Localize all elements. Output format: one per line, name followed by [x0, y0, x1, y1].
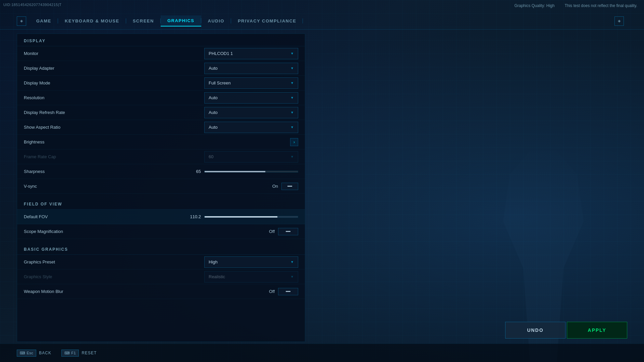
resolution-label: Resolution	[24, 95, 91, 100]
vsync-toggle-container: On	[272, 183, 298, 190]
vsync-toggle-dash	[287, 186, 292, 187]
aspect-ratio-value: Auto	[209, 125, 218, 130]
scope-mag-control: Off	[269, 228, 298, 235]
vsync-toggle-label: On	[272, 184, 278, 189]
quality-info: Graphics Quality: High This test does no…	[514, 3, 637, 8]
brightness-arrow-button[interactable]: ›	[290, 138, 298, 146]
display-mode-label: Display Mode	[24, 80, 91, 85]
graphics-style-dropdown: Realistic ▼	[204, 271, 298, 283]
setting-row-display-mode: Display Mode Full Screen ▼	[17, 76, 305, 90]
scope-mag-label: Scope Magnification	[24, 229, 91, 234]
section-basic-graphics-header: BASIC GRAPHICS	[17, 242, 305, 255]
tab-audio[interactable]: AUDIO	[201, 16, 231, 26]
action-buttons: UNDO APPLY	[505, 322, 627, 339]
refresh-rate-control: Auto ▼	[204, 107, 298, 118]
setting-row-brightness: Brightness ›	[17, 135, 305, 149]
default-fov-value: 110.2	[189, 214, 201, 219]
sharpness-slider[interactable]	[204, 171, 298, 173]
refresh-rate-dropdown[interactable]: Auto ▼	[204, 107, 298, 118]
nav-icon-left: ◈	[17, 16, 26, 26]
sharpness-control: 65	[189, 169, 298, 174]
graphics-preset-dropdown[interactable]: High ▼	[204, 256, 298, 268]
graphics-style-label: Graphics Style	[24, 274, 91, 279]
weapon-motion-blur-toggle-label: Off	[269, 289, 275, 294]
quality-label: Graphics Quality: High	[514, 3, 554, 8]
reset-key-badge: ⌨ F1	[61, 350, 79, 357]
refresh-rate-label: Display Refresh Rate	[24, 110, 91, 115]
setting-row-graphics-style: Graphics Style Realistic ▼	[17, 269, 305, 284]
setting-row-sharpness: Sharpness 65	[17, 164, 305, 179]
setting-row-display-adapter: Display Adapter Auto ▼	[17, 61, 305, 76]
setting-row-scope-mag: Scope Magnification Off	[17, 224, 305, 239]
display-mode-dropdown[interactable]: Full Screen ▼	[204, 77, 298, 89]
graphics-preset-label: Graphics Preset	[24, 259, 91, 264]
reset-button[interactable]: ⌨ F1 Reset	[61, 350, 97, 357]
reset-key-label: F1	[71, 351, 76, 355]
weapon-motion-blur-toggle-dash	[286, 291, 290, 292]
back-button[interactable]: ⌨ Esc Back	[17, 350, 51, 357]
aspect-ratio-control: Auto ▼	[204, 122, 298, 133]
monitor-control: PHLCOD1 1 ▼	[204, 48, 298, 59]
sharpness-fill-dark	[265, 171, 298, 172]
sharpness-slider-container: 65	[189, 169, 298, 174]
apply-button[interactable]: APPLY	[567, 322, 627, 339]
setting-row-resolution: Resolution Auto ▼	[17, 90, 305, 105]
resolution-dropdown[interactable]: Auto ▼	[204, 92, 298, 104]
tab-privacy[interactable]: PRIVACY COMPLIANCE	[231, 16, 303, 26]
scope-mag-toggle[interactable]	[278, 228, 298, 235]
reset-label: Reset	[82, 351, 97, 355]
weapon-motion-blur-control: Off	[269, 288, 298, 295]
brightness-label: Brightness	[24, 139, 91, 144]
sharpness-label: Sharpness	[24, 169, 91, 174]
display-adapter-arrow-icon: ▼	[290, 66, 294, 70]
nav-tabs: ◈ GAME KEYBOARD & MOUSE SCREEN GRAPHICS …	[0, 13, 644, 29]
vsync-label: V-sync	[24, 184, 91, 189]
resolution-arrow-icon: ▼	[290, 96, 294, 100]
undo-button[interactable]: UNDO	[505, 322, 566, 339]
vsync-toggle[interactable]	[281, 183, 298, 190]
section-display-header: DISPLAY	[17, 34, 305, 46]
monitor-dropdown[interactable]: PHLCOD1 1 ▼	[204, 48, 298, 59]
frame-rate-cap-label: Frame Rate Cap	[24, 154, 91, 159]
setting-row-aspect-ratio: Show Aspect Ratio Auto ▼	[17, 120, 305, 135]
section-fov-header: FIELD OF VIEW	[17, 197, 305, 209]
tab-game[interactable]: GAME	[30, 16, 58, 26]
display-adapter-control: Auto ▼	[204, 63, 298, 74]
default-fov-slider[interactable]	[204, 216, 298, 218]
setting-row-default-fov: Default FOV 110.2	[17, 209, 305, 224]
tab-graphics[interactable]: GRAPHICS	[161, 15, 201, 26]
display-mode-arrow-icon: ▼	[290, 81, 294, 85]
frame-rate-cap-arrow-icon: ▼	[290, 155, 294, 159]
frame-rate-cap-value: 60	[209, 154, 213, 159]
display-mode-value: Full Screen	[209, 80, 231, 85]
setting-row-graphics-preset: Graphics Preset High ▼	[17, 255, 305, 269]
bottom-bar: ⌨ Esc Back ⌨ F1 Reset	[0, 344, 644, 362]
tab-keyboard[interactable]: KEYBOARD & MOUSE	[58, 16, 126, 26]
weapon-motion-blur-toggle[interactable]	[278, 288, 298, 295]
weapon-motion-blur-toggle-container: Off	[269, 288, 298, 295]
scope-mag-toggle-dash	[286, 231, 290, 232]
resolution-control: Auto ▼	[204, 92, 298, 104]
monitor-label: Monitor	[24, 51, 91, 56]
vsync-control: On	[272, 183, 298, 190]
aspect-ratio-dropdown[interactable]: Auto ▼	[204, 122, 298, 133]
nav-icon-right: ◈	[614, 16, 624, 26]
graphics-preset-control: High ▼	[204, 256, 298, 268]
sharpness-fill	[205, 171, 265, 172]
tab-screen[interactable]: SCREEN	[126, 16, 161, 26]
graphics-preset-value: High	[209, 259, 218, 264]
setting-row-frame-rate-cap: Frame Rate Cap 60 ▼	[17, 149, 305, 164]
display-adapter-dropdown[interactable]: Auto ▼	[204, 63, 298, 74]
frame-rate-cap-control: 60 ▼	[204, 151, 298, 163]
resolution-value: Auto	[209, 95, 218, 100]
default-fov-control: 110.2	[189, 214, 298, 219]
monitor-value: PHLCOD1 1	[209, 51, 233, 56]
default-fov-slider-container: 110.2	[189, 214, 298, 219]
brightness-control: ›	[290, 138, 298, 146]
weapon-motion-blur-label: Weapon Motion Blur	[24, 289, 91, 294]
display-adapter-value: Auto	[209, 66, 218, 71]
aspect-ratio-label: Show Aspect Ratio	[24, 125, 91, 130]
display-adapter-label: Display Adapter	[24, 66, 91, 71]
settings-panel: DISPLAY Monitor PHLCOD1 1 ▼ Display Adap…	[17, 34, 305, 342]
back-label: Back	[39, 351, 51, 355]
